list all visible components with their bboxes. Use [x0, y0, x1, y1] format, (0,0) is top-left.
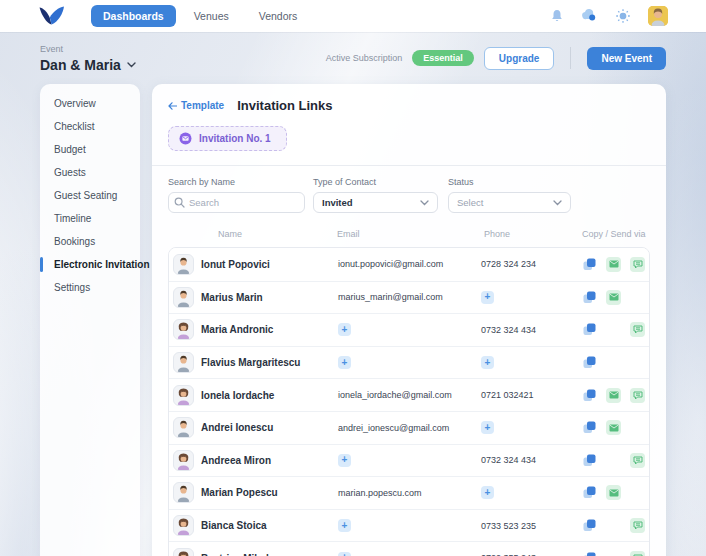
- guest-phone: 0732 324 434: [481, 455, 536, 465]
- brand-logo-icon[interactable]: [38, 6, 65, 26]
- page-title: Invitation Links: [237, 98, 332, 113]
- chevron-down-icon: [553, 200, 562, 206]
- table-row: Ionut Popovici ionut.popovici@gmail.com …: [169, 248, 649, 281]
- guest-name: Ionela Iordache: [201, 390, 274, 401]
- send-sms-icon[interactable]: [630, 322, 645, 337]
- send-sms-icon[interactable]: [630, 453, 645, 468]
- add-phone-button[interactable]: +: [481, 486, 494, 499]
- copy-link-icon[interactable]: [582, 257, 597, 272]
- copy-link-icon[interactable]: [582, 290, 597, 305]
- add-phone-button[interactable]: +: [481, 421, 494, 434]
- guests-table: Name Email Phone Copy / Send via Ionut P…: [168, 226, 650, 556]
- messages-icon[interactable]: [582, 8, 598, 24]
- user-avatar[interactable]: [648, 6, 668, 26]
- guest-email: andrei_ionescu@gmail.com: [338, 423, 449, 433]
- sidebar-item-settings[interactable]: Settings: [40, 276, 140, 299]
- guest-email: marian.popescu.com: [338, 488, 422, 498]
- send-sms-icon[interactable]: [630, 257, 645, 272]
- guest-avatar: [173, 254, 194, 275]
- subscription-badge: Essential: [412, 50, 474, 66]
- copy-link-icon[interactable]: [582, 453, 597, 468]
- search-input[interactable]: [168, 192, 305, 213]
- status-select[interactable]: Select: [448, 192, 571, 213]
- copy-link-icon[interactable]: [582, 485, 597, 500]
- contact-type-select[interactable]: Invited: [313, 192, 438, 213]
- col-header-phone: Phone: [480, 229, 578, 239]
- new-event-button[interactable]: New Event: [587, 47, 666, 70]
- table-body: Ionut Popovici ionut.popovici@gmail.com …: [168, 247, 650, 556]
- theme-icon[interactable]: [615, 8, 631, 24]
- send-sms-icon[interactable]: [630, 518, 645, 533]
- add-email-button[interactable]: +: [338, 356, 351, 369]
- guest-avatar: [173, 450, 194, 471]
- col-header-email: Email: [337, 229, 480, 239]
- search-label: Search by Name: [168, 177, 305, 187]
- add-email-button[interactable]: +: [338, 552, 351, 556]
- table-row: Flavius Margaritescu + +: [169, 346, 649, 379]
- table-row: Beatrice Mihalcea + 0722 355 243 +: [169, 541, 649, 556]
- invitation-links-panel: Template Invitation Links Invitation No.…: [152, 84, 666, 556]
- event-switcher[interactable]: Event Dan & Maria: [40, 44, 136, 73]
- copy-link-icon[interactable]: [582, 388, 597, 403]
- guest-phone: 0721 032421: [481, 390, 534, 400]
- status-label: Status: [448, 177, 571, 187]
- nav-items: DashboardsVenuesVendors: [91, 5, 309, 27]
- bell-icon[interactable]: [549, 8, 565, 24]
- copy-link-icon[interactable]: [582, 551, 597, 556]
- top-icons: [549, 6, 668, 26]
- table-row: Marian Popescu marian.popescu.com + +: [169, 476, 649, 509]
- copy-link-icon[interactable]: [582, 518, 597, 533]
- add-email-button[interactable]: +: [338, 519, 351, 532]
- guest-avatar: [173, 287, 194, 308]
- guest-name: Maria Andronic: [201, 324, 273, 335]
- copy-link-icon[interactable]: [582, 420, 597, 435]
- send-email-icon[interactable]: [606, 388, 621, 403]
- section-divider: [152, 165, 666, 166]
- copy-link-icon[interactable]: [582, 322, 597, 337]
- invitation-chip[interactable]: Invitation No. 1: [168, 126, 287, 151]
- chevron-down-icon: [127, 62, 136, 68]
- send-email-icon[interactable]: [606, 257, 621, 272]
- guest-email: marius_marin@gmail.com: [338, 292, 443, 302]
- guest-name: Andrei Ionescu: [201, 422, 273, 433]
- guest-email: ionela_iordache@gmail.com: [338, 390, 452, 400]
- sidebar-item-budget[interactable]: Budget: [40, 138, 140, 161]
- add-email-button[interactable]: +: [338, 323, 351, 336]
- table-row: Bianca Stoica + 0733 523 235 +: [169, 509, 649, 542]
- send-sms-icon[interactable]: [630, 551, 645, 556]
- sidebar-item-overview[interactable]: Overview: [40, 92, 140, 115]
- nav-item-dashboards[interactable]: Dashboards: [91, 5, 176, 27]
- top-navbar: DashboardsVenuesVendors: [0, 0, 706, 32]
- guest-name: Ionut Popovici: [201, 259, 270, 270]
- sidebar-item-bookings[interactable]: Bookings: [40, 230, 140, 253]
- send-email-icon[interactable]: [606, 290, 621, 305]
- add-phone-button[interactable]: +: [481, 291, 494, 304]
- guest-name: Beatrice Mihalcea: [201, 553, 286, 556]
- sidebar-item-checklist[interactable]: Checklist: [40, 115, 140, 138]
- search-icon: [174, 197, 185, 208]
- col-header-send: Copy / Send via: [578, 229, 650, 239]
- upgrade-button[interactable]: Upgrade: [484, 47, 555, 70]
- guest-avatar: [173, 352, 194, 373]
- guest-phone: 0728 324 234: [481, 259, 536, 269]
- subscription-label: Active Subscription: [326, 53, 403, 63]
- guest-phone: 0732 324 434: [481, 325, 536, 335]
- table-row: Maria Andronic + 0732 324 434 +: [169, 313, 649, 346]
- sidebar-item-guests[interactable]: Guests: [40, 161, 140, 184]
- sidebar-item-electronic-invitation[interactable]: Electronic Invitation: [40, 253, 140, 276]
- copy-link-icon[interactable]: [582, 355, 597, 370]
- sidebar-item-timeline[interactable]: Timeline: [40, 207, 140, 230]
- nav-item-venues[interactable]: Venues: [182, 5, 241, 27]
- add-email-button[interactable]: +: [338, 454, 351, 467]
- sidebar-item-guest-seating[interactable]: Guest Seating: [40, 184, 140, 207]
- add-phone-button[interactable]: +: [481, 356, 494, 369]
- guest-avatar: [173, 417, 194, 438]
- send-sms-icon[interactable]: [630, 388, 645, 403]
- back-to-template-link[interactable]: Template: [168, 100, 224, 111]
- send-email-icon[interactable]: [606, 420, 621, 435]
- table-row: Andrei Ionescu andrei_ionescu@gmail.com …: [169, 411, 649, 444]
- guest-avatar: [173, 319, 194, 340]
- guest-avatar: [173, 385, 194, 406]
- send-email-icon[interactable]: [606, 485, 621, 500]
- nav-item-vendors[interactable]: Vendors: [247, 5, 310, 27]
